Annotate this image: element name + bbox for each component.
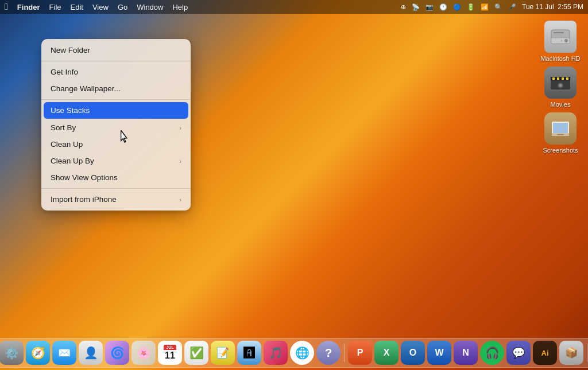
sort-by-label: Sort By: [51, 123, 76, 132]
menu-extra-camera: 📷: [425, 3, 434, 11]
menubar-right: ⊕ 📡 📷 🕐 🔵 🔋 📶 🔍 🎤 Tue 11 Jul 2:55 PM: [401, 3, 583, 11]
svg-rect-9: [557, 77, 559, 80]
menu-extra-wifi: 📶: [481, 3, 489, 11]
contacts-icon: 👤: [84, 346, 98, 360]
help-icon: ?: [325, 346, 332, 360]
menu-extra-cast: 📡: [412, 3, 420, 11]
dock-item-contacts[interactable]: 👤: [79, 341, 103, 365]
context-menu-item-import-from-iphone[interactable]: Import from iPhone ›: [41, 191, 191, 208]
show-view-options-label: Show View Options: [51, 173, 118, 182]
svg-rect-4: [554, 32, 564, 33]
use-stacks-label: Use Stacks: [51, 106, 90, 115]
desktop:  Finder File Edit View Go Window Help ⊕…: [0, 0, 588, 370]
menu-edit[interactable]: Edit: [71, 3, 83, 11]
hdd-drive-icon: [544, 21, 577, 53]
context-menu-item-clean-up[interactable]: Clean Up: [41, 136, 191, 153]
menu-go[interactable]: Go: [118, 3, 127, 11]
context-menu-item-change-wallpaper[interactable]: Change Wallpaper...: [41, 80, 191, 97]
apple-menu[interactable]: : [5, 2, 8, 12]
launchpad-icon: ⚙️: [5, 346, 19, 360]
desktop-icon-movies[interactable]: Movies: [540, 67, 581, 108]
app-name[interactable]: Finder: [17, 3, 40, 11]
dock-item-arc[interactable]: 🌀: [105, 341, 129, 365]
dock-item-teams[interactable]: 💬: [506, 341, 531, 365]
teams-icon: 💬: [512, 346, 525, 359]
context-menu-item-clean-up-by[interactable]: Clean Up By ›: [41, 153, 191, 169]
context-menu-separator-2: [41, 99, 191, 100]
desktop-icons: Macintosh HD Movies: [540, 21, 581, 154]
menu-extra-siri[interactable]: 🎤: [508, 3, 516, 11]
movies-folder-icon: [544, 67, 577, 99]
svg-point-13: [559, 84, 562, 87]
dock-separator-2: [587, 344, 587, 362]
dock: ⚙️ 🧭 ✉️ 👤 🌀 🌸 JUL 11 ✅: [0, 338, 588, 368]
dock-item-launchpad[interactable]: ⚙️: [0, 341, 24, 365]
context-menu-item-show-view-options[interactable]: Show View Options: [41, 169, 191, 186]
movies-label: Movies: [551, 101, 571, 108]
dock-item-onenote[interactable]: N: [454, 341, 478, 365]
menu-date-time: Tue 11 Jul 2:55 PM: [522, 3, 583, 11]
macintosh-hd-label: Macintosh HD: [540, 55, 580, 62]
menu-file[interactable]: File: [49, 3, 61, 11]
context-menu-item-sort-by[interactable]: Sort By ›: [41, 119, 191, 136]
dock-item-mail[interactable]: ✉️: [52, 341, 76, 365]
outlook-icon: O: [409, 348, 416, 358]
import-from-iphone-label: Import from iPhone: [51, 195, 117, 204]
dock-item-safari[interactable]: 🧭: [26, 341, 50, 365]
sort-by-arrow-icon: ›: [179, 124, 181, 131]
menu-window[interactable]: Window: [137, 3, 163, 11]
dock-item-chrome[interactable]: 🌐: [290, 341, 314, 365]
context-menu-separator-3: [41, 188, 191, 189]
get-info-label: Get Info: [51, 68, 78, 76]
excel-icon: X: [384, 348, 390, 358]
dock-item-notes[interactable]: 📝: [211, 341, 235, 365]
dock-item-illustrator[interactable]: Ai: [533, 341, 557, 365]
svg-point-3: [561, 40, 563, 42]
menu-extra-bt: 🔵: [453, 3, 461, 11]
context-menu-item-new-folder[interactable]: New Folder: [41, 42, 191, 59]
context-menu-item-get-info[interactable]: Get Info: [41, 64, 191, 80]
dock-item-calendar[interactable]: JUL 11: [158, 341, 182, 365]
word-icon: W: [435, 348, 443, 358]
dock-item-word[interactable]: W: [427, 341, 451, 365]
illustrator-icon: Ai: [541, 349, 549, 357]
svg-rect-15: [553, 123, 568, 133]
dock-item-outlook[interactable]: O: [401, 341, 425, 365]
safari-icon: 🧭: [31, 346, 45, 360]
generic-icon: 📦: [565, 346, 578, 359]
svg-rect-10: [562, 77, 564, 80]
new-folder-label: New Folder: [51, 46, 90, 54]
context-menu-item-use-stacks[interactable]: Use Stacks: [44, 102, 188, 119]
svg-rect-11: [566, 77, 568, 80]
calendar-display: JUL 11: [164, 345, 176, 361]
change-wallpaper-label: Change Wallpaper...: [51, 84, 121, 93]
spotify-icon: 🎧: [485, 346, 500, 360]
menu-extra-search[interactable]: 🔍: [494, 3, 502, 11]
menu-view[interactable]: View: [92, 3, 109, 11]
dock-item-reminders[interactable]: ✅: [184, 341, 208, 365]
screenshots-label: Screenshots: [543, 147, 578, 154]
dock-item-music[interactable]: 🎵: [264, 341, 288, 365]
clean-up-by-label: Clean Up By: [51, 157, 94, 165]
dock-item-generic[interactable]: 📦: [559, 341, 583, 365]
dock-item-photos[interactable]: 🌸: [131, 341, 156, 365]
context-menu: New Folder Get Info Change Wallpaper... …: [41, 39, 191, 211]
svg-rect-17: [557, 134, 564, 135]
chrome-icon: 🌐: [295, 346, 310, 360]
dock-item-help[interactable]: ?: [316, 341, 341, 365]
svg-rect-5: [554, 34, 560, 36]
desktop-icon-macintosh-hd[interactable]: Macintosh HD: [540, 21, 581, 62]
desktop-icon-screenshots[interactable]: Screenshots: [540, 112, 581, 154]
clean-up-by-arrow-icon: ›: [179, 158, 181, 165]
dock-item-excel[interactable]: X: [374, 341, 399, 365]
dock-item-powerpoint[interactable]: P: [348, 341, 372, 365]
menu-help[interactable]: Help: [172, 3, 188, 11]
reminders-icon: ✅: [189, 346, 204, 360]
powerpoint-icon: P: [357, 348, 363, 358]
menubar-left:  Finder File Edit View Go Window Help: [5, 2, 188, 12]
dock-item-appstore[interactable]: 🅰: [237, 341, 261, 365]
menu-extra-vpn: ⊕: [401, 3, 406, 11]
dock-item-spotify[interactable]: 🎧: [480, 341, 504, 365]
music-icon: 🎵: [269, 346, 283, 360]
svg-rect-8: [552, 77, 555, 80]
